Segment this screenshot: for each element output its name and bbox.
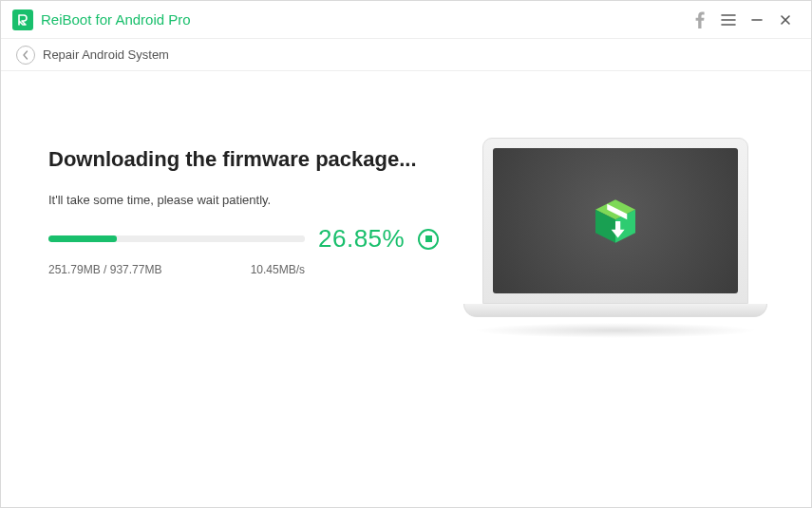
progress-bar [48,235,305,242]
main-content: Downloading the firmware package... It'l… [1,71,811,507]
download-speed: 10.45MB/s [251,263,305,276]
download-panel: Downloading the firmware package... It'l… [48,147,457,469]
app-window: ReiBoot for Android Pro Repair Android S… [0,0,812,508]
downloaded-size: 251.79MB / 937.77MB [48,263,251,276]
app-logo-icon [12,9,33,30]
titlebar: ReiBoot for Android Pro [1,1,811,39]
close-button[interactable] [771,6,800,34]
stop-icon [425,235,432,242]
progress-row: 26.85% [48,224,457,254]
menu-icon[interactable] [714,6,743,34]
progress-percent: 26.85% [318,224,405,254]
facebook-icon[interactable] [686,6,714,34]
app-title: ReiBoot for Android Pro [41,11,191,28]
back-button[interactable] [16,46,35,65]
progress-fill [48,235,117,242]
download-box-icon [589,195,642,248]
progress-stats: 251.79MB / 937.77MB 10.45MB/s [48,263,305,276]
breadcrumb: Repair Android System [43,47,169,62]
illustration-panel [476,147,773,469]
laptop-illustration [482,138,767,338]
breadcrumb-bar: Repair Android System [1,39,811,71]
stop-button[interactable] [418,229,439,250]
minimize-button[interactable] [743,6,771,34]
page-subtext: It'll take some time, please wait patien… [48,193,457,207]
page-heading: Downloading the firmware package... [48,147,457,172]
